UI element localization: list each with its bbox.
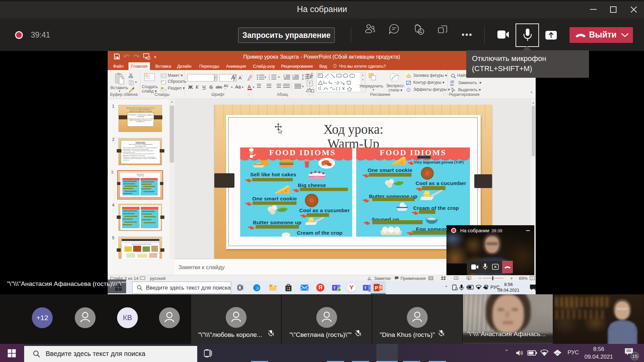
svg-text:T: T: [364, 286, 367, 290]
svg-text:3: 3: [269, 78, 270, 80]
svg-text:A: A: [311, 72, 313, 75]
svg-text:P: P: [375, 285, 378, 291]
svg-text:T: T: [333, 286, 336, 290]
